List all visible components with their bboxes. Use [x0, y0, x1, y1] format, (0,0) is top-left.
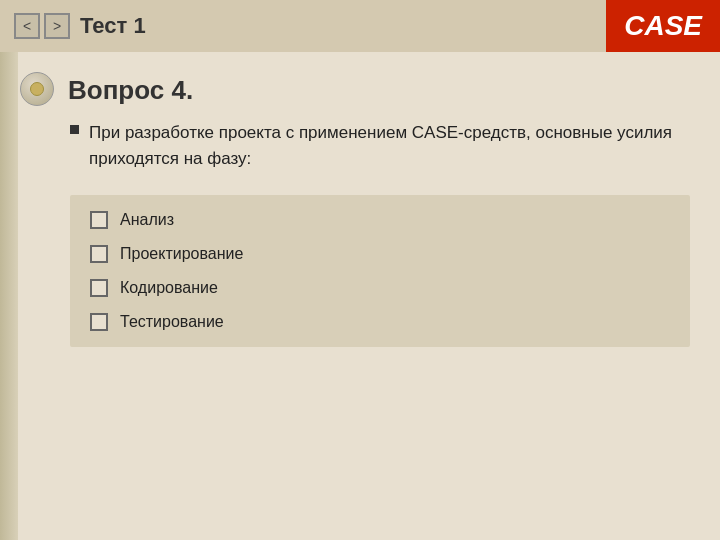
checkbox-3[interactable] — [90, 279, 108, 297]
main-content: Вопрос 4. При разработке проекта с приме… — [0, 52, 720, 367]
question-text: При разработке проекта с применением CAS… — [89, 120, 690, 171]
page-title: Тест 1 — [80, 13, 146, 38]
answer-item-2: Проектирование — [90, 245, 670, 263]
title-area: Тест 1 — [80, 13, 146, 39]
checkbox-4[interactable] — [90, 313, 108, 331]
answers-area: Анализ Проектирование Кодирование Тестир… — [70, 195, 690, 347]
answer-item-1: Анализ — [90, 211, 670, 229]
question-number: Вопрос 4. — [68, 75, 193, 106]
forward-icon: > — [53, 18, 61, 34]
answer-label-3: Кодирование — [120, 279, 218, 297]
nav-forward-button[interactable]: > — [44, 13, 70, 39]
answer-label-2: Проектирование — [120, 245, 243, 263]
nav-buttons: < > — [14, 13, 70, 39]
circle-inner — [30, 82, 44, 96]
answer-label-1: Анализ — [120, 211, 174, 229]
bullet-icon — [20, 72, 56, 108]
answer-item-3: Кодирование — [90, 279, 670, 297]
question-bullet — [70, 125, 79, 134]
case-badge: CASE — [606, 0, 720, 52]
checkbox-2[interactable] — [90, 245, 108, 263]
question-text-block: При разработке проекта с применением CAS… — [70, 120, 690, 171]
checkbox-1[interactable] — [90, 211, 108, 229]
back-icon: < — [23, 18, 31, 34]
top-bar: < > Тест 1 CASE — [0, 0, 720, 52]
nav-back-button[interactable]: < — [14, 13, 40, 39]
question-header: Вопрос 4. — [20, 72, 690, 108]
answer-item-4: Тестирование — [90, 313, 670, 331]
answer-label-4: Тестирование — [120, 313, 224, 331]
